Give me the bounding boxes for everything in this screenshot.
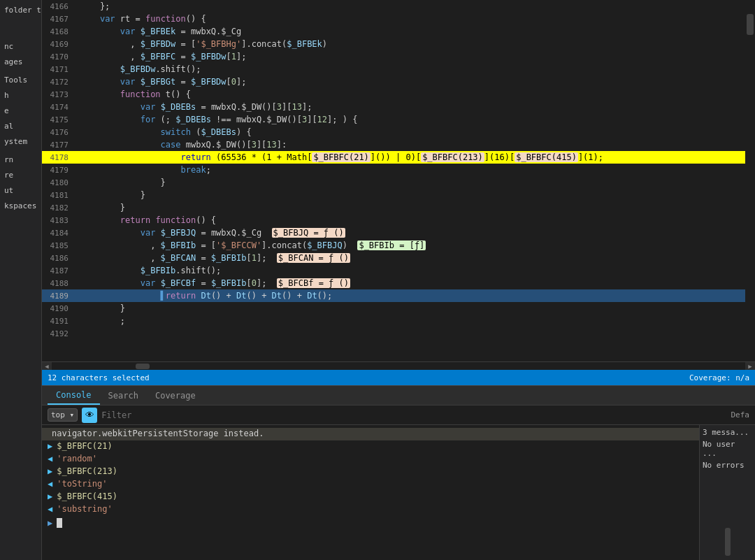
line-4178: 4178 return (65536 * (1 + Math[$_BFBFC(2… xyxy=(42,151,745,164)
left-panel-re: re xyxy=(0,168,41,183)
line-4166: 4166 }; xyxy=(42,0,745,13)
left-panel-ages: ages xyxy=(0,55,41,70)
top-label: top xyxy=(51,410,65,419)
result-arrow-3: ◀ xyxy=(48,504,52,514)
console-line-substring: ◀ 'substring' xyxy=(42,503,699,516)
expand-arrow-1[interactable]: ▶ xyxy=(48,441,52,451)
line-4167: 4167 var rt = function() { xyxy=(42,13,745,25)
console-input-line[interactable]: ▶ xyxy=(42,516,699,530)
console-sidebar: 3 messa... No user ... No errors xyxy=(699,425,755,560)
result-arrow-2: ◀ xyxy=(48,479,52,489)
line-4181: 4181 } xyxy=(42,189,745,201)
left-panel-tools: Tools xyxy=(0,73,41,88)
line-4169: 4169 , $_BFBDw = ['$_BFBHg'].concat($_BF… xyxy=(42,38,745,50)
line-4184: 4184 var $_BFBJQ = mwbxQ.$_Cg $_BFBJQ = … xyxy=(42,227,745,239)
tab-search[interactable]: Search xyxy=(100,386,147,405)
console-line-bfbfc213: ▶ $_BFBFC(213) xyxy=(42,466,699,478)
console-prompt: ▶ xyxy=(48,518,52,528)
console-text-4: 'toString' xyxy=(57,479,107,489)
left-panel-nc: nc xyxy=(0,39,41,55)
console-top-select[interactable]: top ▾ xyxy=(48,408,78,422)
horiz-scroll-track[interactable] xyxy=(52,362,745,370)
console-cursor xyxy=(57,518,62,528)
line-4179: 4179 break; xyxy=(42,164,745,176)
result-arrow-1: ◀ xyxy=(48,454,52,464)
left-panel: folder t nc ages Tools h e al ystem rn r… xyxy=(0,0,42,560)
vertical-scrollbar[interactable] xyxy=(745,0,755,361)
left-panel-ystem: ystem xyxy=(0,134,41,150)
console-text-5: $_BFBFC(415) xyxy=(57,491,117,501)
tab-console[interactable]: Console xyxy=(48,386,100,405)
console-text-6: 'substring' xyxy=(57,504,112,514)
console-line-warning: navigator.webkitPersistentStorage instea… xyxy=(42,428,699,440)
console-line-random: ◀ 'random' xyxy=(42,453,699,466)
left-panel-ut: ut xyxy=(0,183,41,199)
left-panel-al: al xyxy=(0,119,41,134)
sidebar-no-user: No user ... xyxy=(703,440,752,458)
line-4172: 4172 var $_BFBGt = $_BFBDw[0]; xyxy=(42,76,745,88)
main-layout: folder t nc ages Tools h e al ystem rn r… xyxy=(0,0,755,560)
line-4186: 4186 , $_BFCAN = $_BFBIb[1]; $_BFCAN = ƒ… xyxy=(42,252,745,264)
console-filter-bar: top ▾ 👁 Defa xyxy=(42,405,755,425)
line-4177: 4177 case mwbxQ.$_DW()[3][13]: xyxy=(42,138,745,151)
sidebar-no-errors: No errors xyxy=(703,461,752,470)
line-4175: 4175 for (; $_DBEBs !== mwbxQ.$_DW()[3][… xyxy=(42,113,745,126)
horiz-scroll-thumb[interactable] xyxy=(136,364,150,369)
line-4170: 4170 , $_BFBFC = $_BFBDw[1]; xyxy=(42,50,745,63)
tab-coverage[interactable]: Coverage xyxy=(147,386,204,405)
left-panel-rn: rn xyxy=(0,152,41,168)
console-content[interactable]: navigator.webkitPersistentStorage instea… xyxy=(42,425,699,560)
coverage-status: Coverage: n/a xyxy=(689,373,749,382)
horizontal-scrollbar[interactable]: ◀ ▶ xyxy=(42,361,755,370)
line-4190: 4190 } xyxy=(42,302,745,315)
line-4174: 4174 var $_DBEBs = mwbxQ.$_DW()[3][13]; xyxy=(42,101,745,113)
scroll-right-arrow[interactable]: ▶ xyxy=(745,362,755,371)
console-eye-button[interactable]: 👁 xyxy=(82,408,97,423)
console-line-bfbfc415: ▶ $_BFBFC(415) xyxy=(42,491,699,503)
left-panel-kspaces: kspaces xyxy=(0,199,41,214)
status-bar: 12 characters selected Coverage: n/a xyxy=(42,370,755,385)
line-4183: 4183 return function() { xyxy=(42,214,745,227)
line-4173: 4173 function t() { xyxy=(42,88,745,101)
console-line-tostring: ◀ 'toString' xyxy=(42,478,699,491)
line-4191: 4191 ; xyxy=(42,315,745,327)
line-4171: 4171 $_BFBDw.shift(); xyxy=(42,63,745,76)
code-editor[interactable]: 4166 }; 4167 var rt = function() { 4168 … xyxy=(42,0,745,361)
line-4188: 4188 var $_BFCBf = $_BFBIb[0]; $_BFCBf =… xyxy=(42,277,745,289)
expand-arrow-3[interactable]: ▶ xyxy=(48,491,52,501)
left-panel-h: h xyxy=(0,88,41,103)
line-4192: 4192 xyxy=(42,327,745,340)
scroll-left-arrow[interactable]: ◀ xyxy=(42,362,52,371)
console-tabs-bar: Console Search Coverage xyxy=(42,386,755,405)
line-4180: 4180 } xyxy=(42,176,745,189)
expand-arrow-2[interactable]: ▶ xyxy=(48,466,52,476)
sidebar-scroll-thumb[interactable] xyxy=(725,528,731,556)
line-4182: 4182 } xyxy=(42,201,745,214)
console-text-3: $_BFBFC(213) xyxy=(57,466,117,476)
console-text-2: 'random' xyxy=(57,454,97,464)
console-panel: Console Search Coverage top ▾ 👁 Defa xyxy=(42,385,755,560)
console-text-1: $_BFBFC(21) xyxy=(57,441,112,451)
scrollbar-thumb[interactable] xyxy=(747,14,754,35)
line-4187: 4187 $_BFBIb.shift(); xyxy=(42,264,745,277)
line-4189: 4189 ▌return Dt() + Dt() + Dt() + Dt(); xyxy=(42,289,745,302)
line-4168: 4168 var $_BFBEk = mwbxQ.$_Cg xyxy=(42,25,745,38)
left-panel-e: e xyxy=(0,103,41,119)
warning-text: navigator.webkitPersistentStorage instea… xyxy=(52,429,264,438)
editor-area: 4166 }; 4167 var rt = function() { 4168 … xyxy=(42,0,755,385)
code-lines[interactable]: 4166 }; 4167 var rt = function() { 4168 … xyxy=(42,0,745,361)
code-container: 4166 }; 4167 var rt = function() { 4168 … xyxy=(42,0,755,361)
console-line-bfbfc21: ▶ $_BFBFC(21) xyxy=(42,440,699,453)
line-4185: 4185 , $_BFBIb = ['$_BFCCW'].concat($_BF… xyxy=(42,239,745,252)
left-panel-folder: folder t xyxy=(0,3,41,18)
line-4176: 4176 switch ($_DBEBs) { xyxy=(42,126,745,138)
sidebar-messages: 3 messa... xyxy=(703,428,752,437)
chars-selected: 12 characters selected xyxy=(48,373,150,382)
console-filter-input[interactable] xyxy=(101,410,731,420)
console-default-label[interactable]: Defa xyxy=(731,410,750,419)
